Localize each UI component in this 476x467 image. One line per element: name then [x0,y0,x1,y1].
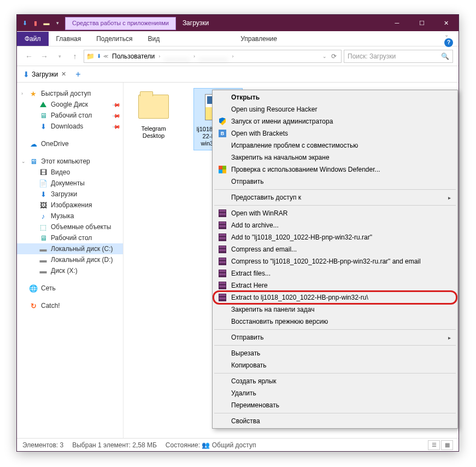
cm-run-admin[interactable]: Запуск от имени администратора [214,115,456,127]
cm-pin-taskbar[interactable]: Закрепить на панели задач [214,303,456,316]
location-tab-downloads[interactable]: ⬇ Загрузки ✕ [19,68,70,80]
cm-defender[interactable]: Проверка с использованием Windows Defend… [214,164,456,176]
window-title: Загрузки [176,16,215,30]
tab-share[interactable]: Поделиться [89,32,140,46]
cm-restore[interactable]: Восстановить прежнюю версию [214,316,456,328]
cm-separator [214,189,456,190]
disk-icon: ▬ [39,244,48,253]
sidebar-label: Объемные объекты [51,223,111,231]
recent-dropdown[interactable]: ▾ [53,50,66,63]
tab-view[interactable]: Вид [140,32,167,46]
cm-share-access[interactable]: Предоставить доступ к▸ [214,191,456,203]
address-input[interactable]: 📁 ⬇ ≪ Пользователи › _______ › ________ … [84,50,342,63]
window-controls: ─ ☐ ✕ [385,15,459,31]
sidebar-label: Быстрый доступ [41,90,91,97]
breadcrumb-blurred-2[interactable]: ________ [197,52,230,60]
cm-separator [214,373,456,373]
cm-delete[interactable]: Удалить [214,387,456,399]
cm-brackets[interactable]: BOpen with Brackets [214,127,456,139]
tab-manage[interactable]: Управление [233,32,285,46]
sidebar-images[interactable]: 🖼Изображения [17,200,123,211]
maximize-button[interactable]: ☐ [409,15,434,31]
rar-icon [218,269,227,278]
star-icon: ★ [29,89,38,98]
chevron-icon[interactable]: › [158,54,160,59]
sidebar-downloads-ru[interactable]: ⬇Загрузки [17,189,123,200]
sidebar-desktop[interactable]: 🖥Рабочий стол📌 [17,110,123,121]
rar-icon [218,281,227,290]
cm-copy[interactable]: Копировать [214,359,456,371]
sidebar-this-pc[interactable]: ⌄🖥Этот компьютер [17,156,123,167]
sidebar-network[interactable]: 🌐Сеть [17,283,123,294]
folder-icon [137,90,170,123]
cm-extract-files[interactable]: Extract files... [214,267,456,279]
cm-rename[interactable]: Переименовать [214,399,456,411]
sidebar-gdrive[interactable]: Google Диск📌 [17,99,123,110]
gdrive-icon [39,100,48,109]
sidebar-onedrive[interactable]: ☁OneDrive [17,138,123,149]
sidebar-3d[interactable]: ⬚Объемные объекты [17,221,123,232]
up-button[interactable]: ↑ [68,50,81,63]
arrow-down-icon: ⬇ [97,53,101,59]
cm-separator [214,205,456,206]
cm-properties[interactable]: Свойства [214,415,456,427]
view-icons-button[interactable]: ▦ [441,440,453,450]
qat-icon-2[interactable]: ▬ [42,19,51,27]
close-tab-icon[interactable]: ✕ [61,71,66,78]
cm-open-winrar[interactable]: Open with WinRAR [214,207,456,219]
sidebar-disk-x[interactable]: ▬Диск (X:) [17,265,123,276]
sidebar-disk-c[interactable]: ▬Локальный диск (C:) [17,243,123,254]
help-icon[interactable]: ? [444,38,453,47]
sidebar-documents[interactable]: 📄Документы [17,178,123,189]
chevron-down-icon[interactable]: ⌄ [21,159,26,164]
cm-send-to[interactable]: Отправить [214,176,456,188]
file-item-telegram[interactable]: Telegram Desktop [129,88,178,150]
address-dropdown-icon[interactable]: ⌄ [322,54,327,59]
music-icon: ♪ [39,212,48,220]
cloud-icon: ☁ [29,139,38,148]
forward-button[interactable]: → [38,50,51,63]
search-input[interactable]: Поиск: Загрузки 🔍 [344,50,453,63]
sidebar-music[interactable]: ♪Музыка [17,211,123,221]
chevron-right-icon[interactable]: › [21,91,23,96]
chevron-icon[interactable]: › [232,54,233,59]
cm-compress-email-to[interactable]: Compress to "lj1018_1020_1022-HB-pnp-win… [214,255,456,267]
chevron-icon[interactable]: › [193,54,195,59]
view-details-button[interactable]: ☰ [428,440,440,450]
cm-create-shortcut[interactable]: Создать ярлык [214,375,456,387]
sidebar-disk-d[interactable]: ▬Локальный диск (D:) [17,254,123,265]
close-button[interactable]: ✕ [434,15,459,31]
back-button[interactable]: ← [22,50,36,63]
minimize-button[interactable]: ─ [385,15,409,31]
sidebar-desktop2[interactable]: 🖥Рабочий стол [17,232,123,243]
cm-add-archive[interactable]: Add to archive... [214,219,456,231]
cm-cut[interactable]: Вырезать [214,347,456,359]
cm-extract-here[interactable]: Extract Here [214,279,456,291]
cm-send-to-2[interactable]: Отправить▸ [214,331,456,343]
breadcrumb-users[interactable]: Пользователи [110,52,156,60]
sidebar-quick-access[interactable]: ›★Быстрый доступ [17,88,123,99]
cm-resource-hacker[interactable]: Open using Resource Hacker [214,103,456,115]
tab-home[interactable]: Главная [49,32,89,46]
sidebar-label: Локальный диск (C:) [51,245,113,253]
breadcrumb-blurred-1[interactable]: _______ [162,52,191,60]
cm-pin-start[interactable]: Закрепить на начальном экране [214,151,456,164]
cm-extract-to[interactable]: Extract to lj1018_1020_1022-HB-pnp-win32… [214,291,456,303]
rar-icon [218,233,227,242]
download-icon: ⬇ [39,190,48,199]
cm-open[interactable]: Открыть [214,91,456,103]
sidebar-catch[interactable]: ↻Catch! [17,300,123,311]
qat-dropdown-icon[interactable]: ▾ [53,19,62,27]
cm-compat[interactable]: Исправление проблем с совместимостью [214,139,456,151]
sidebar-videos[interactable]: 🎞Видео [17,167,123,178]
qat-icon-1[interactable]: ▮ [31,19,40,27]
sidebar-label: Документы [51,179,85,187]
refresh-icon[interactable]: ⟳ [329,52,339,60]
new-tab-button[interactable]: + [72,69,84,79]
cm-add-rar[interactable]: Add to "lj1018_1020_1022-HB-pnp-win32-ru… [214,231,456,243]
cm-compress-email[interactable]: Compress and email... [214,243,456,255]
collapse-ribbon-icon[interactable]: ⌄ [444,32,449,38]
globe-icon: 🌐 [29,284,38,293]
tab-file[interactable]: Файл [17,32,49,46]
sidebar-downloads[interactable]: ⬇Downloads📌 [17,121,123,132]
